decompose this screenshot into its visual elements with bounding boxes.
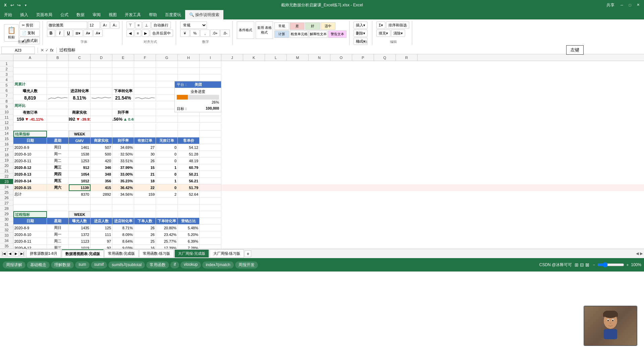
cell-b22[interactable] <box>47 204 69 211</box>
row-25[interactable]: 25 <box>0 190 13 195</box>
row-27[interactable]: 27 <box>0 200 13 206</box>
cell-e14[interactable]: 32.50% <box>112 151 134 158</box>
cell-b27[interactable]: 周二 <box>47 238 69 245</box>
row-12[interactable]: 12 <box>0 120 13 125</box>
cell-b7[interactable] <box>47 103 69 109</box>
row-28[interactable]: 28 <box>0 206 13 211</box>
cell-d28[interactable]: 92 <box>91 245 112 249</box>
cell-d12-h[interactable]: 商家实收 <box>91 137 112 144</box>
cell-f17[interactable]: 21 <box>134 171 156 178</box>
cell-h2[interactable] <box>178 68 200 74</box>
cell-d11[interactable] <box>91 131 112 137</box>
cell-c18[interactable]: 1012 <box>69 178 91 184</box>
cell-c16[interactable]: 912 <box>69 164 91 171</box>
sheet-tab-6[interactable]: 大厂周报-练习版 <box>210 249 244 258</box>
cell-a17[interactable]: 2020-8-13 <box>13 171 47 178</box>
cell-d7[interactable] <box>91 103 112 109</box>
cell-a18[interactable]: 2020-8-14 <box>13 178 47 184</box>
cell-i1[interactable] <box>200 61 221 68</box>
cell-d16[interactable]: 346 <box>91 164 112 171</box>
share-label[interactable]: 共享 <box>606 2 614 8</box>
conditional-format-btn[interactable]: 条件格式 <box>237 21 254 39</box>
cell-i21[interactable] <box>200 198 221 204</box>
cell-i9[interactable] <box>200 116 221 123</box>
cell-c25[interactable]: 1435 <box>69 225 91 231</box>
status-btn-functions[interactable]: 常用函数 <box>146 261 169 268</box>
cell-g9[interactable] <box>156 116 178 123</box>
cell-h16[interactable]: 60.79 <box>178 164 200 171</box>
cell-g22[interactable] <box>156 204 178 211</box>
align-center-btn[interactable]: ≡ <box>135 29 141 37</box>
cell-h9[interactable] <box>178 116 200 123</box>
percent-btn[interactable]: % <box>190 29 200 37</box>
cell-f11[interactable] <box>134 131 156 137</box>
bold-btn[interactable]: B <box>47 29 55 37</box>
page-layout-icon[interactable]: ⊟ <box>580 262 584 267</box>
merge-center-btn[interactable]: 合并后居中 <box>150 29 173 37</box>
cell-g28[interactable]: 17.39% <box>156 245 178 249</box>
formula-input[interactable]: 过程指标 <box>58 47 644 54</box>
tab-pagelayout[interactable]: 页面布局 <box>32 10 56 19</box>
col-header-o[interactable]: O <box>330 54 352 61</box>
cell-b3[interactable] <box>47 74 69 81</box>
cell-e6-kpi3val[interactable]: 21.54% <box>112 95 134 101</box>
cell-c8[interactable]: 商家实收 <box>69 109 91 116</box>
cell-f19[interactable]: 22 <box>134 184 156 191</box>
cell-f2[interactable] <box>134 68 156 74</box>
cell-a1[interactable] <box>13 61 47 68</box>
cell-a5-kpi1label[interactable]: 曝光人数 <box>13 88 47 95</box>
cell-e19[interactable]: 36.42% <box>112 184 134 191</box>
col-header-a[interactable]: A <box>13 54 47 61</box>
paste-btn[interactable]: 📋粘贴 <box>4 24 19 42</box>
cell-b14[interactable]: 周一 <box>47 151 69 158</box>
cell-g17[interactable]: 0 <box>156 171 178 178</box>
cell-f23[interactable] <box>134 211 156 218</box>
status-btn-report[interactable]: 周报讲解 <box>3 261 25 268</box>
cell-i28[interactable] <box>200 245 221 249</box>
cell-a22[interactable] <box>13 204 47 211</box>
cell-i15[interactable] <box>200 158 221 164</box>
cell-h13[interactable]: 54.12 <box>178 144 200 151</box>
row-26[interactable]: 26 <box>0 195 13 200</box>
cell-f18[interactable]: 18 <box>134 178 156 184</box>
cell-f24-h[interactable]: 下单人数 <box>134 218 156 225</box>
row-13[interactable]: 13 <box>0 125 13 131</box>
tab-help[interactable]: 帮助 <box>145 10 161 19</box>
undo-btn[interactable]: ↩ <box>9 2 15 8</box>
sheet-tab-3[interactable]: 常用函数-完成版 <box>104 249 139 258</box>
cell-a28[interactable]: 2020-8-12 <box>13 245 47 249</box>
cell-i2[interactable] <box>200 68 221 74</box>
cell-c13[interactable]: 1461 <box>69 144 91 151</box>
cell-c7[interactable] <box>69 103 91 109</box>
style-warning[interactable]: 警告文本 <box>328 31 346 38</box>
cell-f4[interactable] <box>134 81 156 88</box>
cell-a27[interactable]: 2020-8-11 <box>13 238 47 245</box>
cell-a16[interactable]: 2020-8-12 <box>13 164 47 171</box>
cell-g11[interactable] <box>156 131 178 137</box>
col-header-g[interactable]: G <box>156 54 178 61</box>
redo-btn[interactable]: ↪ <box>16 2 21 8</box>
cell-c3[interactable] <box>69 74 91 81</box>
cell-i3[interactable] <box>200 74 221 81</box>
sheet-tab-2[interactable]: 数据透视图表-完成版 <box>62 249 104 258</box>
row-24[interactable]: 24 <box>0 184 13 190</box>
cell-d19[interactable]: 415 <box>91 184 112 191</box>
cell-h23[interactable] <box>178 211 200 218</box>
cell-a25[interactable]: 2020-8-9 <box>13 225 47 231</box>
cell-d23[interactable] <box>91 211 112 218</box>
row-11[interactable]: 11 <box>0 115 13 120</box>
cell-b21[interactable] <box>47 198 69 204</box>
cell-d3[interactable] <box>91 74 112 81</box>
cell-a3[interactable] <box>13 74 47 81</box>
add-sheet-btn[interactable]: + <box>245 250 251 257</box>
cell-a10[interactable] <box>13 124 47 131</box>
cell-i16[interactable] <box>200 164 221 171</box>
decimal-dec-btn[interactable]: .0- <box>220 29 230 37</box>
tab-scroll-last[interactable]: ▶| <box>19 251 25 256</box>
cell-f9[interactable] <box>134 116 156 123</box>
cell-e9-kpi3[interactable]: 34.56% ▲ 0.48% <box>112 116 134 123</box>
cell-d2[interactable] <box>91 68 112 74</box>
cell-e21[interactable] <box>112 198 134 204</box>
col-header-e[interactable]: E <box>112 54 134 61</box>
cell-c20[interactable]: 8370 <box>69 191 91 198</box>
